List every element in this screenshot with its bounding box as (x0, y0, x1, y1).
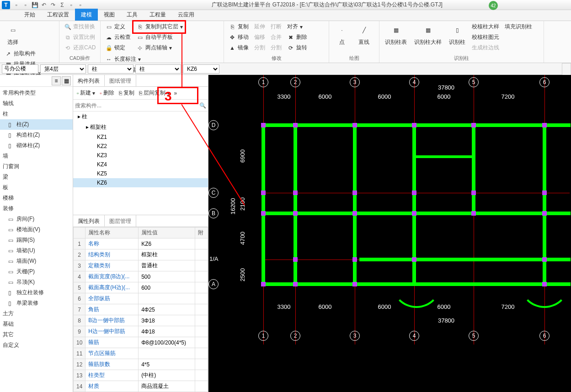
prop-attach[interactable] (195, 348, 208, 359)
qat-report-icon[interactable]: ▫ (67, 1, 76, 9)
category-select[interactable]: 柱 (88, 64, 133, 74)
copy-component-button[interactable]: ⎘复制 (117, 88, 136, 98)
tree-node-common[interactable]: 常用构件类型 (0, 88, 73, 98)
auto-align-board-button[interactable]: ▭自动平齐板 (134, 32, 185, 42)
tree-node-ceiling[interactable]: ▭天棚(P) (0, 266, 73, 277)
qat-redo-icon[interactable]: ↷ (48, 1, 58, 9)
prop-value[interactable]: 4Φ25 (139, 304, 195, 315)
nav-grid-view-icon[interactable]: ▦ (62, 76, 71, 85)
prop-name[interactable]: 全部纵筋 (85, 293, 139, 304)
tab-view[interactable]: 视图 (98, 9, 121, 21)
line-button[interactable]: ╱直线 (354, 22, 374, 47)
floor-select[interactable]: 第4层 (40, 64, 86, 74)
tree-node-qiti[interactable]: ▯砌体柱(Z) (0, 140, 73, 151)
lock-button[interactable]: 🔒锁定 (103, 43, 133, 53)
prop-value[interactable]: 商品混凝土 (139, 381, 195, 392)
tree-node-single[interactable]: ▯单梁装修 (0, 298, 73, 308)
move-button[interactable]: ✥移动 (227, 32, 251, 42)
tree-node-slab[interactable]: 板 (0, 182, 73, 193)
prop-attach[interactable] (195, 238, 208, 249)
qat-new-icon[interactable]: ▫ (12, 1, 21, 9)
list-frame[interactable]: ▸ 框架柱 (73, 122, 208, 132)
tree-node-column[interactable]: 柱 (0, 109, 73, 119)
tab-project[interactable]: 工程设置 (41, 9, 75, 21)
id-column-detail-button[interactable]: ▦识别柱大样 (411, 22, 444, 47)
merge-button[interactable]: 合并 (269, 32, 283, 42)
dimension-length-button[interactable]: ↔长度标注 ▾ (103, 54, 143, 64)
type-select[interactable]: 柱 (135, 64, 181, 74)
fill-id-button[interactable]: 填充识别柱 (503, 22, 534, 32)
prop-attach[interactable] (195, 293, 208, 304)
tab-cloud[interactable]: 云应用 (172, 9, 200, 21)
nav-list-view-icon[interactable]: ≡ (52, 76, 61, 85)
pick-component-button[interactable]: ↗拾取构件 (3, 49, 43, 58)
prop-name[interactable]: 柱类型 (85, 370, 139, 381)
notification-badge[interactable]: 42 (489, 1, 498, 10)
extend-button[interactable]: 延伸 (252, 22, 267, 32)
restore-cad-button[interactable]: ⟲还原CAD (62, 43, 97, 53)
qat-undo-icon[interactable]: ↶ (39, 1, 48, 9)
component-select[interactable]: KZ6 (183, 64, 219, 74)
tree-node-hanging[interactable]: ▭吊顶(K) (0, 277, 73, 287)
prop-name[interactable]: 结构类别 (85, 249, 139, 260)
list-item[interactable]: KZ4 (73, 160, 208, 169)
gen-edge-button[interactable]: 生成柱边线 (470, 43, 501, 53)
delete-component-button[interactable]: ▫删除 (98, 88, 116, 98)
list-item[interactable]: KZ1 (73, 132, 208, 142)
prop-value[interactable]: 框架柱 (139, 249, 195, 260)
qat-save-icon[interactable]: 💾 (30, 1, 39, 9)
qat-sum-icon[interactable]: Σ (58, 1, 67, 9)
prop-attach[interactable] (195, 359, 208, 370)
tab-component-list[interactable]: 构件列表 (73, 75, 105, 86)
prop-name[interactable]: 箍筋肢数 (85, 359, 139, 370)
qat-misc-icon[interactable]: ▫ (76, 1, 85, 9)
prop-attach[interactable] (195, 337, 208, 348)
prop-value[interactable]: 500 (139, 271, 195, 282)
align-button[interactable]: 对齐 ▾ (285, 22, 309, 32)
tree-node-deco[interactable]: 装修 (0, 203, 73, 214)
prop-attach[interactable] (195, 370, 208, 381)
list-item[interactable]: KZ3 (73, 151, 208, 160)
tree-node-wallface[interactable]: ▭墙面(W) (0, 256, 73, 266)
tree-node-column-z[interactable]: ▯柱(Z) (0, 119, 73, 130)
prop-name[interactable]: 箍筋 (85, 337, 139, 348)
prop-value[interactable]: (中柱) (139, 370, 195, 381)
prop-attach[interactable] (195, 381, 208, 392)
check-element-button[interactable]: 校核柱图元 (470, 32, 501, 42)
tree-node-wall[interactable]: 墙 (0, 151, 73, 161)
tree-node-indep[interactable]: ▯独立柱装修 (0, 287, 73, 298)
find-replace-button[interactable]: 🔍查找替换 (62, 22, 97, 32)
prop-name[interactable]: 材质 (85, 381, 139, 392)
tree-node-found[interactable]: 基础 (0, 319, 73, 329)
tab-quantity[interactable]: 工程量 (144, 9, 172, 21)
tree-node-axis[interactable]: 轴线 (0, 98, 73, 109)
tree-node-room[interactable]: ▭房间(F) (0, 214, 73, 224)
prop-value[interactable]: 600 (139, 282, 195, 293)
prop-name[interactable]: 角筋 (85, 304, 139, 315)
prop-attach[interactable] (195, 282, 208, 293)
offset-button[interactable]: 偏移 (252, 32, 267, 42)
new-component-button[interactable]: ▫新建 ▾ (75, 88, 97, 98)
prop-value[interactable]: KZ6 (139, 238, 195, 249)
tab-model[interactable]: 建模 (75, 9, 98, 21)
mirror-button[interactable]: ▲镜像 (227, 43, 251, 53)
prop-attach[interactable] (195, 326, 208, 337)
drawing-canvas[interactable]: 1 2 3 4 5 6 1 2 3 4 5 6 D C B 1/A A 3300… (208, 75, 571, 392)
two-point-axis-button[interactable]: ⊹两点辅轴 ▾ (134, 43, 185, 53)
prop-value[interactable]: 4*5 (139, 359, 195, 370)
qat-open-icon[interactable]: ▫ (21, 1, 30, 9)
prop-value[interactable]: 4Φ18 (139, 326, 195, 337)
list-item[interactable]: KZ2 (73, 142, 208, 151)
copy-button[interactable]: ⎘复制 (227, 22, 251, 32)
prop-attach[interactable] (195, 271, 208, 282)
prop-attach[interactable] (195, 315, 208, 326)
id-column-button[interactable]: ▯识别柱 (446, 22, 468, 47)
list-item[interactable]: KZ6 (73, 178, 208, 187)
tree-node-earth[interactable]: 土方 (0, 308, 73, 319)
search-icon[interactable]: 🔍 (199, 102, 206, 109)
delete-button[interactable]: ✖删除 (285, 32, 309, 42)
prop-value[interactable]: 3Φ18 (139, 315, 195, 326)
split-button[interactable]: 分割 (252, 43, 267, 53)
tab-properties[interactable]: 属性列表 (73, 215, 105, 227)
prop-name[interactable]: 截面高度(H边)(... (85, 282, 139, 293)
